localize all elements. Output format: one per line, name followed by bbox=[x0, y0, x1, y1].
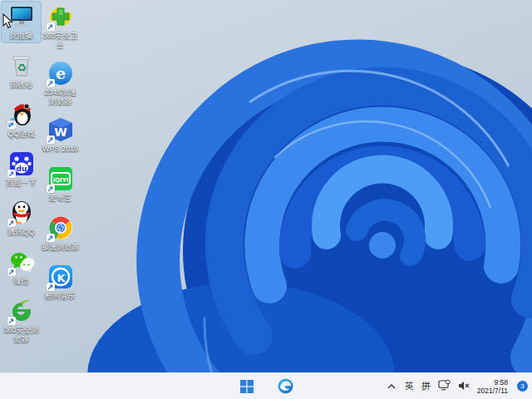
taskbar-center-icons bbox=[236, 373, 296, 399]
desktop-icon-kugou-music[interactable]: K 酷狗音乐 bbox=[41, 262, 80, 303]
clock-date: 2021/7/11 bbox=[477, 387, 508, 395]
desktop-icon-recycle-bin[interactable]: ♻ 回收站 bbox=[2, 51, 41, 91]
shortcut-arrow-icon bbox=[47, 234, 55, 242]
shortcut-arrow-icon bbox=[47, 185, 55, 193]
icon-label: 百度一下 bbox=[7, 179, 37, 188]
shortcut-arrow-icon bbox=[7, 219, 16, 227]
icon-label: 极速浏览器 bbox=[42, 243, 79, 252]
shortcut-arrow-icon bbox=[7, 317, 16, 325]
extreme-browser-icon bbox=[47, 214, 74, 241]
icon-label: 2345加速浏览器 bbox=[41, 88, 80, 106]
360-safe-browser-icon bbox=[8, 298, 35, 324]
desktop-icon-360-safe-browser[interactable]: 360安全浏览器 bbox=[2, 296, 41, 344]
kugou-music-icon: K bbox=[47, 264, 74, 290]
recycle-bin-icon: ♻ bbox=[8, 52, 35, 79]
iqiyi-icon: iQIYI bbox=[47, 165, 74, 192]
svg-text:iQIYI: iQIYI bbox=[52, 177, 68, 184]
icon-label: WPS 2019 bbox=[42, 145, 78, 154]
taskbar: 英 拼 9:58 2021/7/11 3 bbox=[0, 372, 532, 399]
edge-icon bbox=[278, 378, 293, 394]
notification-badge[interactable]: 3 bbox=[517, 381, 528, 392]
windows-logo-icon bbox=[240, 380, 254, 393]
icon-label: 360安全浏览器 bbox=[2, 326, 41, 344]
icon-label: 360安全卫士 bbox=[41, 32, 80, 50]
start-button[interactable] bbox=[236, 376, 258, 397]
chevron-up-icon bbox=[387, 384, 396, 389]
2345-browser-icon: e bbox=[47, 60, 74, 86]
svg-text:du: du bbox=[16, 165, 27, 173]
svg-text:e: e bbox=[55, 64, 65, 82]
desktop-icon-column-2: 360安全卫士 e 2345加速浏览器 W bbox=[41, 2, 80, 311]
shortcut-arrow-icon bbox=[47, 135, 55, 144]
icon-label: 回收站 bbox=[10, 81, 32, 90]
qq-games-icon bbox=[8, 101, 35, 128]
speaker-muted-icon bbox=[458, 381, 470, 391]
this-pc-icon bbox=[8, 3, 35, 30]
svg-text:♻: ♻ bbox=[17, 62, 27, 74]
ime-indicator-pinyin[interactable]: 拼 bbox=[421, 380, 431, 392]
svg-text:K: K bbox=[57, 272, 66, 284]
shortcut-arrow-icon bbox=[7, 268, 16, 276]
icon-label: QQ游戏 bbox=[7, 130, 34, 139]
baidu-icon: du bbox=[8, 150, 35, 177]
icon-label: 微信 bbox=[14, 277, 29, 286]
volume-tray-button[interactable] bbox=[458, 379, 470, 394]
desktop-icon-baidu[interactable]: du 百度一下 bbox=[2, 149, 41, 190]
icon-label: 此电脑 bbox=[10, 32, 32, 41]
360-safe-guard-icon bbox=[47, 3, 74, 30]
desktop-icon-iqiyi[interactable]: iQIYI 爱奇艺 bbox=[41, 164, 80, 204]
system-tray: 英 拼 9:58 2021/7/11 3 bbox=[386, 373, 528, 399]
ethernet-network-icon bbox=[438, 380, 451, 391]
desktop-icon-this-pc[interactable]: 此电脑 bbox=[2, 2, 41, 42]
svg-text:W: W bbox=[54, 126, 66, 139]
ime-indicator-english[interactable]: 英 bbox=[405, 380, 414, 392]
shortcut-arrow-icon bbox=[7, 170, 16, 178]
shortcut-arrow-icon bbox=[47, 79, 55, 87]
wps-2019-icon: W bbox=[47, 116, 74, 143]
wechat-icon bbox=[8, 249, 35, 275]
desktop-icon-extreme-browser[interactable]: 极速浏览器 bbox=[41, 213, 80, 254]
edge-taskbar-button[interactable] bbox=[274, 376, 296, 397]
icon-label: 酷狗音乐 bbox=[46, 292, 76, 301]
wallpaper-windows11-bloom bbox=[0, 0, 532, 399]
desktop-icon-wechat[interactable]: 微信 bbox=[2, 247, 41, 288]
icon-label: 腾讯QQ bbox=[7, 228, 34, 237]
desktop-icon-tencent-qq[interactable]: 腾讯QQ bbox=[2, 198, 41, 239]
desktop-icon-360-safe-guard[interactable]: 360安全卫士 bbox=[41, 2, 80, 50]
desktop-icon-wps-2019[interactable]: W WPS 2019 bbox=[41, 115, 80, 155]
icon-label: 爱奇艺 bbox=[49, 194, 71, 203]
shortcut-arrow-icon bbox=[47, 283, 55, 291]
hidden-icons-chevron[interactable] bbox=[386, 373, 397, 399]
shortcut-arrow-icon bbox=[47, 22, 55, 31]
desktop-icon-qq-games[interactable]: QQ游戏 bbox=[2, 100, 41, 140]
desktop-icon-column-1: 此电脑 ♻ 回收站 QQ游戏 bbox=[2, 2, 41, 352]
clock-time: 9:58 bbox=[477, 378, 508, 387]
network-tray-button[interactable] bbox=[438, 379, 451, 394]
tencent-qq-icon bbox=[8, 200, 35, 226]
desktop-icon-2345-browser[interactable]: e 2345加速浏览器 bbox=[41, 58, 80, 106]
shortcut-arrow-icon bbox=[7, 121, 16, 129]
clock[interactable]: 9:58 2021/7/11 bbox=[477, 378, 508, 395]
